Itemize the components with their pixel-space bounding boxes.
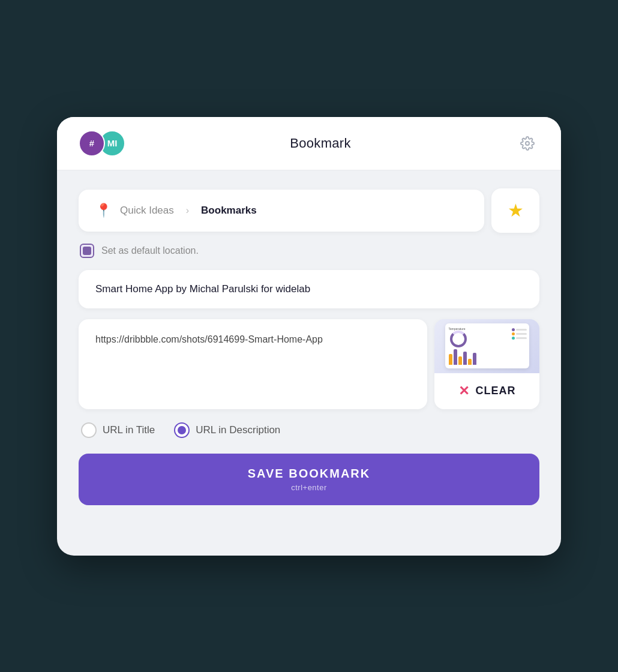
header: # MI Bookmark <box>57 117 561 170</box>
location-bookmarks: Bookmarks <box>201 205 257 217</box>
star-button[interactable]: ★ <box>491 188 539 233</box>
mini-bar <box>473 353 476 365</box>
mini-dot-label <box>516 333 527 335</box>
default-location-checkbox[interactable] <box>80 244 94 258</box>
radio-url-in-title[interactable]: URL in Title <box>81 422 155 438</box>
location-box[interactable]: 📍 Quick Ideas › Bookmarks <box>79 190 484 232</box>
page-title: Bookmark <box>290 136 350 151</box>
default-location-row: Set as default location. <box>79 244 539 258</box>
preview-placeholder: Temperature <box>434 319 539 373</box>
mini-legend-item <box>512 332 527 335</box>
chevron-icon: › <box>186 205 189 216</box>
mini-gauge <box>450 331 467 347</box>
radio-inner-description <box>178 426 186 434</box>
app-card: # MI Bookmark 📍 Quick Ideas › Bookmarks <box>57 117 561 556</box>
location-row: 📍 Quick Ideas › Bookmarks ★ <box>79 188 539 233</box>
mini-dot-label <box>516 329 527 331</box>
mini-legend-item <box>512 337 527 340</box>
mini-legend <box>512 328 527 340</box>
radio-outer-title <box>81 422 97 438</box>
save-button-shortcut: ctrl+enter <box>291 483 327 492</box>
url-preview-column: Temperature <box>434 319 539 409</box>
clear-button[interactable]: ✕ CLEAR <box>434 373 539 409</box>
preview-image: Temperature <box>434 319 539 373</box>
save-button-label: SAVE BOOKMARK <box>248 467 371 481</box>
url-input[interactable]: https://dribbble.com/shots/6914699-Smart… <box>95 332 410 376</box>
radio-label-description: URL in Description <box>196 424 280 436</box>
title-input-box <box>79 270 539 308</box>
mini-dot-label <box>516 337 527 339</box>
title-input[interactable] <box>95 283 523 295</box>
mini-bar <box>468 359 472 365</box>
star-icon: ★ <box>508 200 524 221</box>
location-quick: Quick Ideas <box>120 205 174 217</box>
default-location-label: Set as default location. <box>101 245 199 256</box>
mini-dot <box>512 337 515 340</box>
mini-dot <box>512 328 515 331</box>
mini-dashboard: Temperature <box>445 323 529 368</box>
svg-point-0 <box>526 142 529 145</box>
radio-url-in-description[interactable]: URL in Description <box>174 422 280 438</box>
mini-dot <box>512 332 515 335</box>
settings-button[interactable] <box>515 131 539 155</box>
url-placement-row: URL in Title URL in Description <box>79 422 539 438</box>
url-row: https://dribbble.com/shots/6914699-Smart… <box>79 319 539 409</box>
avatar-group: # MI <box>79 130 125 157</box>
main-content: 📍 Quick Ideas › Bookmarks ★ Set as defau… <box>57 170 561 520</box>
mini-bars <box>449 349 476 365</box>
clear-label: CLEAR <box>476 385 516 397</box>
url-input-box: https://dribbble.com/shots/6914699-Smart… <box>79 319 427 409</box>
mini-bar <box>449 354 452 365</box>
save-bookmark-button[interactable]: SAVE BOOKMARK ctrl+enter <box>79 454 539 505</box>
mini-bar <box>458 356 462 365</box>
mini-legend-item <box>512 328 527 331</box>
mini-bar <box>454 349 457 365</box>
checkbox-fill <box>83 247 91 255</box>
clear-x-icon: ✕ <box>458 383 470 399</box>
mini-bar <box>463 352 467 365</box>
radio-label-title: URL in Title <box>103 424 155 436</box>
gear-icon <box>520 136 535 151</box>
radio-outer-description <box>174 422 190 438</box>
avatar-hash: # <box>79 130 105 157</box>
pin-icon: 📍 <box>95 203 112 218</box>
